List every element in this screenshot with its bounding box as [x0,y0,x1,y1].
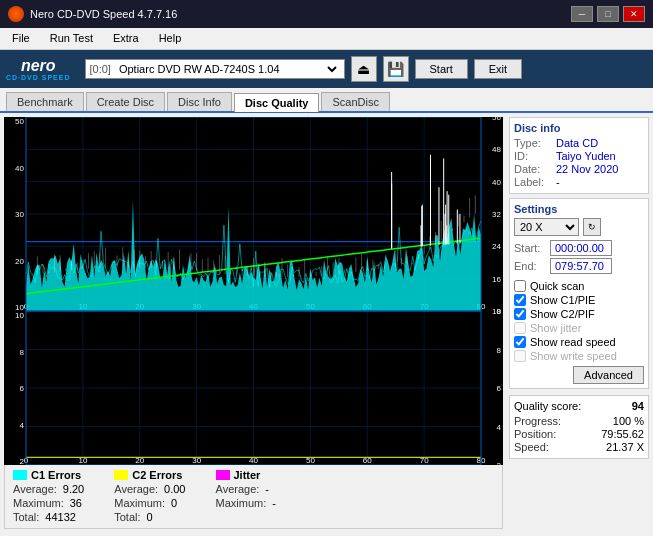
jitter-avg-label: Average: [216,483,260,495]
quality-score-value: 94 [632,400,644,412]
nero-logo: nero CD·DVD SPEED [6,58,71,81]
show-read-speed-checkbox[interactable] [514,336,526,348]
progress-row: Progress: 100 % [514,415,644,427]
c1-label: C1 Errors [31,469,81,481]
jitter-legend-color [216,470,230,480]
c2-total-label: Total: [114,511,140,523]
disc-type-value: Data CD [556,137,598,149]
disc-id-row: ID: Taiyo Yuden [514,150,644,162]
c1-stats: C1 Errors Average: 9.20 Maximum: 36 Tota… [13,469,84,523]
advanced-button[interactable]: Advanced [573,366,644,384]
show-write-speed-row: Show write speed [514,350,644,362]
position-row: Position: 79:55.62 [514,428,644,440]
right-panel: Disc info Type: Data CD ID: Taiyo Yuden … [505,113,653,533]
disc-type-row: Type: Data CD [514,137,644,149]
quality-section: Quality score: 94 Progress: 100 % Positi… [509,395,649,459]
speed-row: 20 X ↻ [514,218,644,236]
show-c1-label: Show C1/PIE [530,294,595,306]
disc-label-value: - [556,176,560,188]
c2-avg-value: 0.00 [164,483,185,495]
c2-label: C2 Errors [132,469,182,481]
disc-info-title: Disc info [514,122,644,134]
chart-canvas [4,117,503,465]
c2-max-label: Maximum: [114,497,165,509]
settings-section: Settings 20 X ↻ Start: 000:00.00 End: 07… [509,198,649,389]
c1-avg-label: Average: [13,483,57,495]
disc-info-section: Disc info Type: Data CD ID: Taiyo Yuden … [509,117,649,194]
end-time-row: End: 079:57.70 [514,258,644,274]
quality-score-label: Quality score: [514,400,581,412]
show-jitter-label: Show jitter [530,322,581,334]
jitter-label: Jitter [234,469,261,481]
stats-bar: C1 Errors Average: 9.20 Maximum: 36 Tota… [4,465,503,529]
end-time-value: 079:57.70 [550,258,612,274]
minimize-button[interactable]: ─ [571,6,593,22]
speed-label: Speed: [514,441,549,453]
left-section: C1 Errors Average: 9.20 Maximum: 36 Tota… [0,113,505,533]
start-time-row: Start: 000:00.00 [514,240,644,256]
tab-benchmark[interactable]: Benchmark [6,92,84,111]
quick-scan-row: Quick scan [514,280,644,292]
tab-bar: Benchmark Create Disc Disc Info Disc Qua… [0,88,653,113]
tab-disc-info[interactable]: Disc Info [167,92,232,111]
menu-run-test[interactable]: Run Test [42,30,101,47]
save-button[interactable]: 💾 [383,56,409,82]
show-c2-label: Show C2/PIF [530,308,595,320]
disc-label-row: Label: - [514,176,644,188]
menu-extra[interactable]: Extra [105,30,147,47]
show-write-speed-checkbox[interactable] [514,350,526,362]
disc-date-row: Date: 22 Nov 2020 [514,163,644,175]
speed-row-quality: Speed: 21.37 X [514,441,644,453]
end-label: End: [514,260,546,272]
quick-scan-checkbox[interactable] [514,280,526,292]
speed-refresh-button[interactable]: ↻ [583,218,601,236]
nero-logo-subtitle: CD·DVD SPEED [6,74,71,81]
main-content: C1 Errors Average: 9.20 Maximum: 36 Tota… [0,113,653,533]
show-c1-row: Show C1/PIE [514,294,644,306]
speed-select[interactable]: 20 X [514,218,579,236]
menu-help[interactable]: Help [151,30,190,47]
disc-id-value: Taiyo Yuden [556,150,616,162]
c2-total-value: 0 [147,511,153,523]
show-read-speed-row: Show read speed [514,336,644,348]
window-title: Nero CD-DVD Speed 4.7.7.16 [30,8,177,20]
show-c1-checkbox[interactable] [514,294,526,306]
drive-dropdown[interactable]: Optiarc DVD RW AD-7240S 1.04 [115,62,340,76]
progress-value: 100 % [613,415,644,427]
menu-file[interactable]: File [4,30,38,47]
start-label: Start: [514,242,546,254]
show-c2-checkbox[interactable] [514,308,526,320]
settings-title: Settings [514,203,644,215]
quick-scan-label: Quick scan [530,280,584,292]
show-read-speed-label: Show read speed [530,336,616,348]
c1-max-value: 36 [70,497,82,509]
position-label: Position: [514,428,556,440]
close-button[interactable]: ✕ [623,6,645,22]
position-value: 79:55.62 [601,428,644,440]
show-c2-row: Show C2/PIF [514,308,644,320]
c2-max-value: 0 [171,497,177,509]
c2-legend-color [114,470,128,480]
tab-disc-quality[interactable]: Disc Quality [234,93,320,112]
title-bar: Nero CD-DVD Speed 4.7.7.16 ─ □ ✕ [0,0,653,28]
tab-scan-disc[interactable]: ScanDisc [321,92,389,111]
show-jitter-checkbox[interactable] [514,322,526,334]
start-button[interactable]: Start [415,59,468,79]
maximize-button[interactable]: □ [597,6,619,22]
jitter-stats: Jitter Average: - Maximum: - [216,469,276,509]
progress-label: Progress: [514,415,561,427]
disc-date-value: 22 Nov 2020 [556,163,618,175]
eject-button[interactable]: ⏏ [351,56,377,82]
toolbar: nero CD·DVD SPEED [0:0] Optiarc DVD RW A… [0,50,653,88]
drive-label: [0:0] [90,63,111,75]
c1-max-label: Maximum: [13,497,64,509]
c1-total-label: Total: [13,511,39,523]
c1-legend-color [13,470,27,480]
show-write-speed-label: Show write speed [530,350,617,362]
c2-avg-label: Average: [114,483,158,495]
exit-button[interactable]: Exit [474,59,522,79]
jitter-max-value: - [272,497,276,509]
tab-create-disc[interactable]: Create Disc [86,92,165,111]
speed-value: 21.37 X [606,441,644,453]
menu-bar: File Run Test Extra Help [0,28,653,50]
